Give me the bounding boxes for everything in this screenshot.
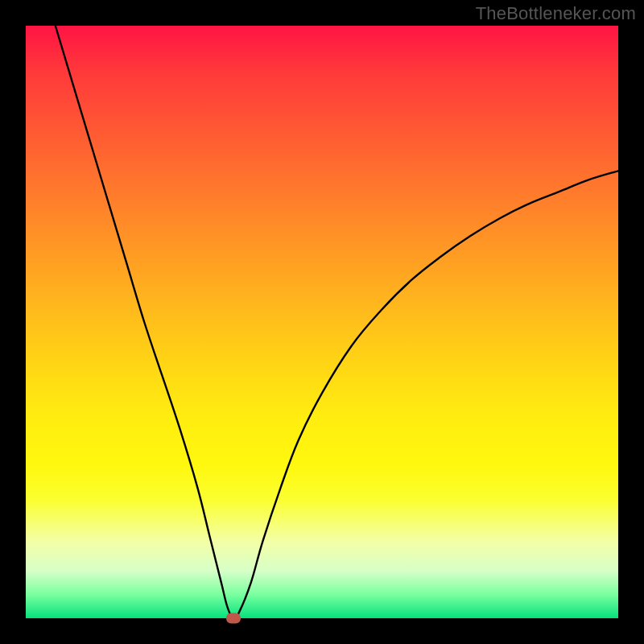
curve-svg xyxy=(26,26,618,618)
plot-area xyxy=(26,26,618,618)
chart-frame: TheBottleneker.com xyxy=(0,0,644,644)
watermark-text: TheBottleneker.com xyxy=(476,3,636,24)
bottleneck-curve xyxy=(56,26,618,618)
optimal-point-marker xyxy=(226,613,241,624)
